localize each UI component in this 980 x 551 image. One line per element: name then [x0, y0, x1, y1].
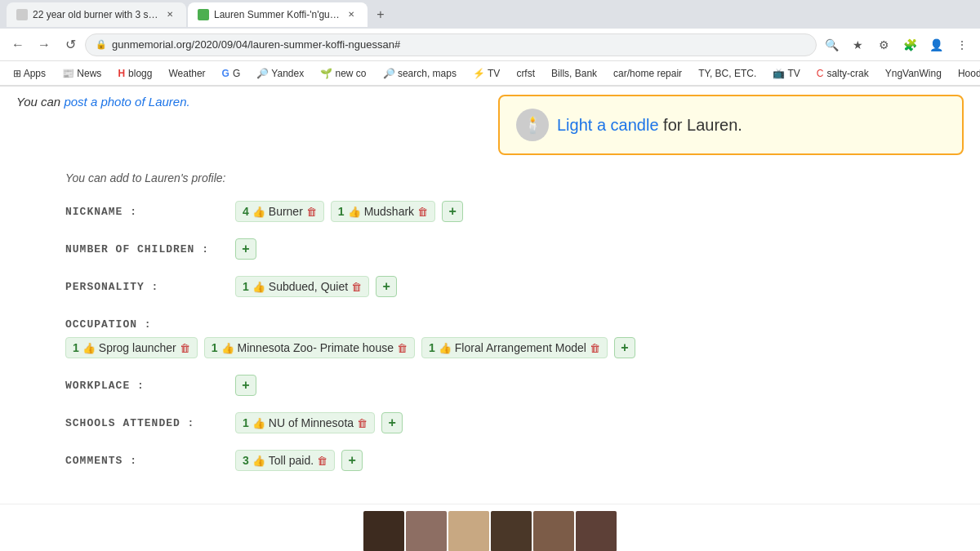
bookmark-apps[interactable]: ⊞ Apps — [7, 66, 52, 81]
candle-link[interactable]: Light a candle — [557, 116, 663, 134]
occupation-values: 1 👍 Sprog launcher 🗑 1 👍 Minnesota Zoo- … — [65, 337, 635, 358]
new-tab-button[interactable]: + — [369, 3, 392, 26]
menu-icon-btn[interactable]: ⋮ — [951, 33, 973, 56]
tab-1[interactable]: 22 year old burner with 3 sprogi... ✕ — [7, 2, 186, 27]
bookmark-weather[interactable]: Weather — [162, 66, 212, 81]
bookmark-bills[interactable]: Bills, Bank — [545, 66, 604, 81]
add-label: You can add to Lauren's profile: — [65, 171, 964, 184]
burner-trash-icon[interactable]: 🗑 — [306, 206, 317, 218]
personality-row: PERSONALITY : 1 👍 Subdued, Quiet 🗑 + — [65, 276, 964, 297]
sprog-vote: 1 — [73, 341, 79, 354]
zoo-thumb-icon: 👍 — [221, 342, 234, 354]
mudshark-text: Mudshark — [364, 205, 414, 218]
tab-2-close[interactable]: ✕ — [345, 8, 358, 21]
nav-icons: 🔍 ★ ⚙ 🧩 👤 ⋮ — [820, 33, 973, 56]
bookmark-g1-label: G — [222, 68, 229, 79]
burner-thumb-icon: 👍 — [252, 206, 265, 218]
nu-trash-icon[interactable]: 🗑 — [357, 417, 368, 429]
bookmark-crfst[interactable]: crfst — [510, 66, 541, 81]
personality-add-button[interactable]: + — [376, 276, 397, 297]
bookmark-hoodsite[interactable]: Hoodsite | Uncenso... — [951, 66, 980, 81]
bookmark-icon-btn[interactable]: ★ — [846, 33, 869, 56]
bookmark-ty[interactable]: TY, BC, ETC. — [692, 66, 763, 81]
schools-values: 1 👍 NU of Minnesota 🗑 + — [235, 412, 403, 433]
floral-thumb-icon: 👍 — [439, 342, 452, 354]
subdued-thumb-icon: 👍 — [252, 281, 265, 293]
schools-label: SCHOOLS ATTENDED : — [65, 412, 229, 429]
occupation-add-button[interactable]: + — [614, 337, 635, 358]
nickname-row: NICKNAME : 4 👍 Burner 🗑 1 👍 Mudshark 🗑 + — [65, 201, 964, 222]
toll-text: Toll paid. — [269, 454, 314, 467]
bookmark-yngvan-label: YngVanWing — [885, 68, 942, 79]
sprog-trash-icon[interactable]: 🗑 — [180, 342, 190, 354]
bookmark-tv2[interactable]: 📺 TV — [766, 66, 806, 81]
bookmark-newco[interactable]: 🌱 new co — [314, 66, 372, 81]
bookmark-news-label: 📰 News — [62, 68, 101, 79]
nickname-label: NICKNAME : — [65, 201, 229, 218]
photo-link[interactable]: post a photo of Lauren. — [64, 95, 189, 109]
footer-photo-2 — [406, 511, 447, 551]
tab-1-title: 22 year old burner with 3 sprogi... — [33, 9, 158, 20]
bookmark-search-maps-label: 🔎 search, maps — [383, 68, 457, 79]
nu-text: NU of Minnesota — [269, 416, 354, 429]
nu-vote: 1 — [243, 416, 249, 429]
candle-section: 🕯️ Light a candle for Lauren. — [498, 95, 964, 155]
comments-label: COMMENTS : — [65, 450, 229, 467]
photo-prompt-text: You can post a photo of Lauren. — [16, 95, 482, 109]
forward-button[interactable]: → — [33, 33, 56, 56]
sprog-thumb-icon: 👍 — [82, 342, 96, 354]
toll-thumb-icon: 👍 — [252, 455, 265, 467]
children-add-button[interactable]: + — [235, 238, 256, 260]
bookmark-search-maps[interactable]: 🔎 search, maps — [376, 66, 463, 81]
back-button[interactable]: ← — [7, 33, 29, 56]
children-values: + — [235, 238, 256, 260]
footer-photo-1 — [363, 511, 404, 551]
occupation-label: OCCUPATION : — [65, 313, 229, 331]
nickname-mudshark-tag: 1 👍 Mudshark 🗑 — [331, 201, 435, 222]
profile-icon-btn[interactable]: 👤 — [924, 33, 947, 56]
floral-trash-icon[interactable]: 🗑 — [590, 342, 600, 354]
footer-photos — [363, 511, 617, 551]
bookmark-yngvan[interactable]: YngVanWing — [879, 66, 948, 81]
personality-label: PERSONALITY : — [65, 276, 229, 293]
profile-section: You can add to Lauren's profile: NICKNAM… — [0, 163, 980, 504]
nickname-add-button[interactable]: + — [442, 201, 463, 222]
footer-photo-3 — [448, 511, 489, 551]
comments-values: 3 👍 Toll paid. 🗑 + — [235, 450, 363, 471]
photo-section: You can post a photo of Lauren. — [16, 95, 482, 155]
schools-row: SCHOOLS ATTENDED : 1 👍 NU of Minnesota 🗑… — [65, 412, 964, 433]
toll-trash-icon[interactable]: 🗑 — [317, 455, 327, 467]
footer-photo-4 — [491, 511, 532, 551]
bookmark-tv1[interactable]: ⚡ TV — [466, 66, 506, 81]
bookmark-salty[interactable]: C salty-crak — [810, 66, 875, 81]
search-icon-btn[interactable]: 🔍 — [820, 33, 843, 56]
comments-add-button[interactable]: + — [341, 450, 363, 471]
subdued-trash-icon[interactable]: 🗑 — [351, 281, 362, 293]
comments-toll-tag: 3 👍 Toll paid. 🗑 — [235, 450, 335, 471]
schools-add-button[interactable]: + — [381, 412, 403, 433]
tab-2[interactable]: Lauren Summer Koffi-'n'guessan... ✕ — [188, 2, 368, 27]
occupation-zoo-tag: 1 👍 Minnesota Zoo- Primate house 🗑 — [204, 337, 415, 358]
bookmark-news[interactable]: 📰 News — [56, 66, 108, 81]
bookmark-yandex[interactable]: 🔎 Yandex — [250, 66, 310, 81]
bookmark-crfst-label: crfst — [516, 68, 535, 79]
refresh-button[interactable]: ↺ — [59, 33, 82, 56]
tab-1-close[interactable]: ✕ — [163, 8, 176, 21]
personality-subdued-tag: 1 👍 Subdued, Quiet 🗑 — [235, 276, 369, 297]
bookmark-g1[interactable]: G G — [216, 66, 247, 81]
schools-nu-tag: 1 👍 NU of Minnesota 🗑 — [235, 412, 375, 433]
address-bar[interactable]: 🔒 gunmemorial.org/2020/09/04/lauren-summ… — [85, 33, 817, 56]
settings-icon-btn[interactable]: ⚙ — [872, 33, 895, 56]
bookmark-blogg[interactable]: H blogg — [111, 66, 158, 81]
footer-strip: 93,243 gun violence victims and counting… — [0, 504, 980, 551]
candle-text: Light a candle for Lauren. — [557, 116, 742, 135]
bookmark-car[interactable]: car/home repair — [607, 66, 688, 81]
extensions-icon-btn[interactable]: 🧩 — [898, 33, 921, 56]
footer-photo-6 — [576, 511, 617, 551]
mudshark-trash-icon[interactable]: 🗑 — [417, 206, 428, 218]
zoo-vote: 1 — [212, 341, 218, 354]
nickname-values: 4 👍 Burner 🗑 1 👍 Mudshark 🗑 + — [235, 201, 463, 222]
workplace-add-button[interactable]: + — [235, 375, 256, 396]
zoo-trash-icon[interactable]: 🗑 — [397, 342, 408, 354]
nickname-burner-tag: 4 👍 Burner 🗑 — [235, 201, 324, 222]
